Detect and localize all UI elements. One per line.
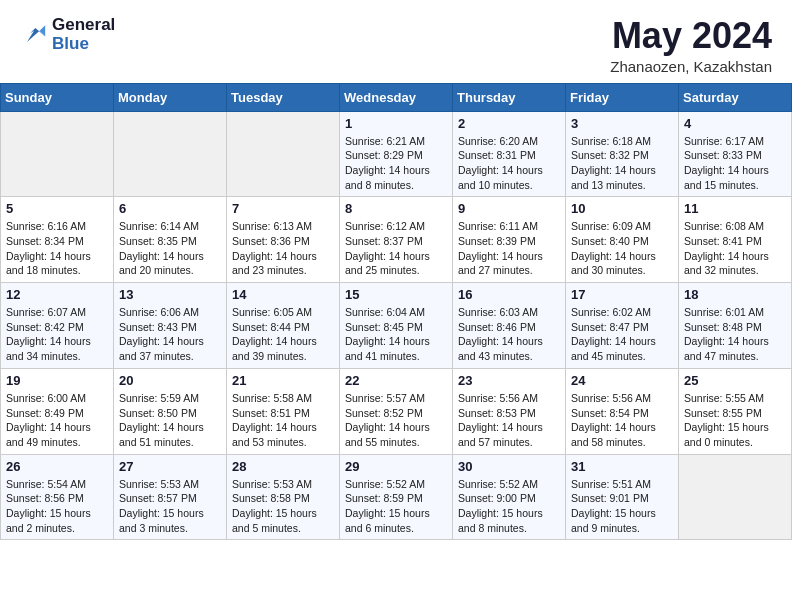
calendar-cell: 28Sunrise: 5:53 AMSunset: 8:58 PMDayligh… — [227, 454, 340, 540]
calendar-cell: 20Sunrise: 5:59 AMSunset: 8:50 PMDayligh… — [114, 368, 227, 454]
page-header: General Blue May 2024 Zhanaozen, Kazakhs… — [0, 0, 792, 83]
day-number: 26 — [6, 459, 108, 474]
calendar-table: SundayMondayTuesdayWednesdayThursdayFrid… — [0, 83, 792, 541]
cell-info: Sunrise: 5:55 AMSunset: 8:55 PMDaylight:… — [684, 391, 786, 450]
day-number: 18 — [684, 287, 786, 302]
day-number: 11 — [684, 201, 786, 216]
day-number: 6 — [119, 201, 221, 216]
cell-info: Sunrise: 5:51 AMSunset: 9:01 PMDaylight:… — [571, 477, 673, 536]
cell-info: Sunrise: 6:16 AMSunset: 8:34 PMDaylight:… — [6, 219, 108, 278]
logo-inner: General Blue — [20, 16, 115, 53]
day-number: 15 — [345, 287, 447, 302]
calendar-cell — [1, 111, 114, 197]
calendar-cell: 10Sunrise: 6:09 AMSunset: 8:40 PMDayligh… — [566, 197, 679, 283]
day-number: 1 — [345, 116, 447, 131]
day-number: 8 — [345, 201, 447, 216]
calendar-cell: 14Sunrise: 6:05 AMSunset: 8:44 PMDayligh… — [227, 283, 340, 369]
weekday-header: Tuesday — [227, 83, 340, 111]
weekday-header: Friday — [566, 83, 679, 111]
cell-info: Sunrise: 6:13 AMSunset: 8:36 PMDaylight:… — [232, 219, 334, 278]
day-number: 22 — [345, 373, 447, 388]
day-number: 28 — [232, 459, 334, 474]
calendar-cell: 12Sunrise: 6:07 AMSunset: 8:42 PMDayligh… — [1, 283, 114, 369]
day-number: 31 — [571, 459, 673, 474]
calendar-cell: 18Sunrise: 6:01 AMSunset: 8:48 PMDayligh… — [679, 283, 792, 369]
day-number: 30 — [458, 459, 560, 474]
day-number: 29 — [345, 459, 447, 474]
weekday-row: SundayMondayTuesdayWednesdayThursdayFrid… — [1, 83, 792, 111]
cell-info: Sunrise: 6:02 AMSunset: 8:47 PMDaylight:… — [571, 305, 673, 364]
month-title: May 2024 — [610, 16, 772, 56]
day-number: 10 — [571, 201, 673, 216]
day-number: 23 — [458, 373, 560, 388]
day-number: 9 — [458, 201, 560, 216]
logo: General Blue — [20, 16, 115, 53]
calendar-cell: 8Sunrise: 6:12 AMSunset: 8:37 PMDaylight… — [340, 197, 453, 283]
calendar-row: 1Sunrise: 6:21 AMSunset: 8:29 PMDaylight… — [1, 111, 792, 197]
cell-info: Sunrise: 5:54 AMSunset: 8:56 PMDaylight:… — [6, 477, 108, 536]
calendar-cell: 9Sunrise: 6:11 AMSunset: 8:39 PMDaylight… — [453, 197, 566, 283]
weekday-header: Thursday — [453, 83, 566, 111]
cell-info: Sunrise: 6:01 AMSunset: 8:48 PMDaylight:… — [684, 305, 786, 364]
location: Zhanaozen, Kazakhstan — [610, 58, 772, 75]
day-number: 20 — [119, 373, 221, 388]
logo-text: General Blue — [52, 16, 115, 53]
cell-info: Sunrise: 6:14 AMSunset: 8:35 PMDaylight:… — [119, 219, 221, 278]
calendar-cell: 2Sunrise: 6:20 AMSunset: 8:31 PMDaylight… — [453, 111, 566, 197]
calendar-cell: 23Sunrise: 5:56 AMSunset: 8:53 PMDayligh… — [453, 368, 566, 454]
cell-info: Sunrise: 5:52 AMSunset: 8:59 PMDaylight:… — [345, 477, 447, 536]
calendar-cell: 30Sunrise: 5:52 AMSunset: 9:00 PMDayligh… — [453, 454, 566, 540]
day-number: 13 — [119, 287, 221, 302]
calendar-cell: 16Sunrise: 6:03 AMSunset: 8:46 PMDayligh… — [453, 283, 566, 369]
day-number: 5 — [6, 201, 108, 216]
logo-bird-icon — [20, 21, 48, 49]
cell-info: Sunrise: 5:58 AMSunset: 8:51 PMDaylight:… — [232, 391, 334, 450]
day-number: 21 — [232, 373, 334, 388]
day-number: 4 — [684, 116, 786, 131]
calendar-cell: 31Sunrise: 5:51 AMSunset: 9:01 PMDayligh… — [566, 454, 679, 540]
cell-info: Sunrise: 5:59 AMSunset: 8:50 PMDaylight:… — [119, 391, 221, 450]
cell-info: Sunrise: 5:56 AMSunset: 8:54 PMDaylight:… — [571, 391, 673, 450]
cell-info: Sunrise: 5:52 AMSunset: 9:00 PMDaylight:… — [458, 477, 560, 536]
cell-info: Sunrise: 6:12 AMSunset: 8:37 PMDaylight:… — [345, 219, 447, 278]
calendar-cell: 29Sunrise: 5:52 AMSunset: 8:59 PMDayligh… — [340, 454, 453, 540]
calendar-cell — [227, 111, 340, 197]
calendar-row: 19Sunrise: 6:00 AMSunset: 8:49 PMDayligh… — [1, 368, 792, 454]
cell-info: Sunrise: 6:05 AMSunset: 8:44 PMDaylight:… — [232, 305, 334, 364]
day-number: 24 — [571, 373, 673, 388]
calendar-cell: 3Sunrise: 6:18 AMSunset: 8:32 PMDaylight… — [566, 111, 679, 197]
svg-marker-1 — [40, 25, 46, 36]
day-number: 3 — [571, 116, 673, 131]
calendar-row: 5Sunrise: 6:16 AMSunset: 8:34 PMDaylight… — [1, 197, 792, 283]
cell-info: Sunrise: 6:04 AMSunset: 8:45 PMDaylight:… — [345, 305, 447, 364]
day-number: 2 — [458, 116, 560, 131]
calendar-cell: 1Sunrise: 6:21 AMSunset: 8:29 PMDaylight… — [340, 111, 453, 197]
day-number: 19 — [6, 373, 108, 388]
cell-info: Sunrise: 5:53 AMSunset: 8:58 PMDaylight:… — [232, 477, 334, 536]
cell-info: Sunrise: 5:56 AMSunset: 8:53 PMDaylight:… — [458, 391, 560, 450]
calendar-cell: 17Sunrise: 6:02 AMSunset: 8:47 PMDayligh… — [566, 283, 679, 369]
day-number: 25 — [684, 373, 786, 388]
weekday-header: Saturday — [679, 83, 792, 111]
calendar-cell: 11Sunrise: 6:08 AMSunset: 8:41 PMDayligh… — [679, 197, 792, 283]
cell-info: Sunrise: 6:17 AMSunset: 8:33 PMDaylight:… — [684, 134, 786, 193]
calendar-cell: 13Sunrise: 6:06 AMSunset: 8:43 PMDayligh… — [114, 283, 227, 369]
calendar-cell: 4Sunrise: 6:17 AMSunset: 8:33 PMDaylight… — [679, 111, 792, 197]
cell-info: Sunrise: 6:08 AMSunset: 8:41 PMDaylight:… — [684, 219, 786, 278]
cell-info: Sunrise: 6:09 AMSunset: 8:40 PMDaylight:… — [571, 219, 673, 278]
calendar-cell: 22Sunrise: 5:57 AMSunset: 8:52 PMDayligh… — [340, 368, 453, 454]
cell-info: Sunrise: 6:06 AMSunset: 8:43 PMDaylight:… — [119, 305, 221, 364]
calendar-row: 26Sunrise: 5:54 AMSunset: 8:56 PMDayligh… — [1, 454, 792, 540]
cell-info: Sunrise: 6:03 AMSunset: 8:46 PMDaylight:… — [458, 305, 560, 364]
calendar-cell: 25Sunrise: 5:55 AMSunset: 8:55 PMDayligh… — [679, 368, 792, 454]
cell-info: Sunrise: 6:11 AMSunset: 8:39 PMDaylight:… — [458, 219, 560, 278]
day-number: 7 — [232, 201, 334, 216]
calendar-header: SundayMondayTuesdayWednesdayThursdayFrid… — [1, 83, 792, 111]
calendar-cell: 7Sunrise: 6:13 AMSunset: 8:36 PMDaylight… — [227, 197, 340, 283]
calendar-row: 12Sunrise: 6:07 AMSunset: 8:42 PMDayligh… — [1, 283, 792, 369]
calendar-cell — [114, 111, 227, 197]
title-block: May 2024 Zhanaozen, Kazakhstan — [610, 16, 772, 75]
calendar-cell: 5Sunrise: 6:16 AMSunset: 8:34 PMDaylight… — [1, 197, 114, 283]
cell-info: Sunrise: 5:53 AMSunset: 8:57 PMDaylight:… — [119, 477, 221, 536]
day-number: 16 — [458, 287, 560, 302]
